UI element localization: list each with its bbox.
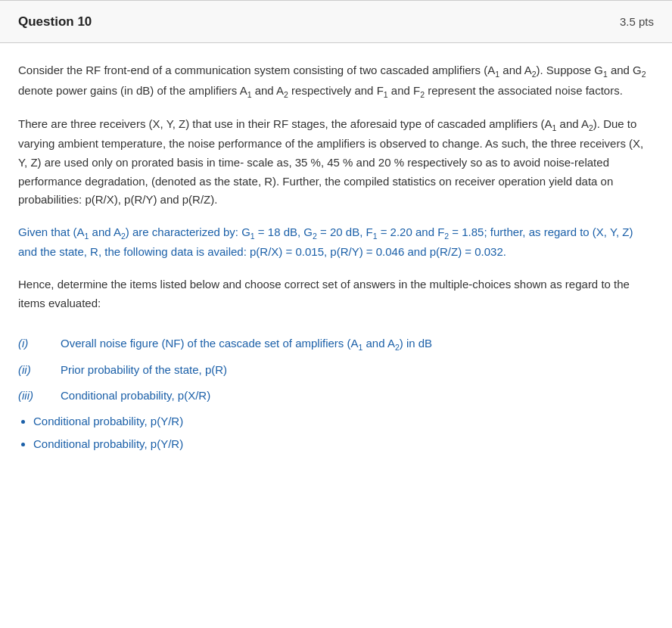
paragraph-4: Hence, determine the items listed below … <box>18 275 654 313</box>
items-section: (i) Overall noise figure (NF) of the cas… <box>18 334 654 454</box>
bullet-list: Conditional probability, p(Y/R) Conditio… <box>18 412 654 453</box>
item-text-2: Prior probability of the state, p(R) <box>61 361 227 379</box>
item-label-1: (i) <box>18 334 61 353</box>
item-text-1: Overall noise figure (NF) of the cascade… <box>61 334 432 354</box>
item-label-3: (iii) <box>18 387 61 405</box>
bullet-item-1: Conditional probability, p(Y/R) <box>33 412 654 431</box>
bullet-item-2: Conditional probability, p(Y/R) <box>33 435 654 453</box>
question-body: Consider the RF front-end of a communica… <box>0 43 672 482</box>
paragraph-2: There are three receivers (X, Y, Z) that… <box>18 115 654 210</box>
item-row-2: (ii) Prior probability of the state, p(R… <box>18 361 654 379</box>
item-text-3: Conditional probability, p(X/R) <box>61 387 210 405</box>
question-title: Question 10 <box>18 11 92 32</box>
question-points: 3.5 pts <box>620 13 654 31</box>
item-row-3: (iii) Conditional probability, p(X/R) <box>18 387 654 405</box>
paragraph-3: Given that (A1 and A2) are characterized… <box>18 223 654 262</box>
question-header: Question 10 3.5 pts <box>0 0 672 43</box>
item-label-2: (ii) <box>18 361 61 379</box>
page-container: Question 10 3.5 pts Consider the RF fron… <box>0 0 672 628</box>
item-row-1: (i) Overall noise figure (NF) of the cas… <box>18 334 654 354</box>
paragraph-1: Consider the RF front-end of a communica… <box>18 61 654 101</box>
